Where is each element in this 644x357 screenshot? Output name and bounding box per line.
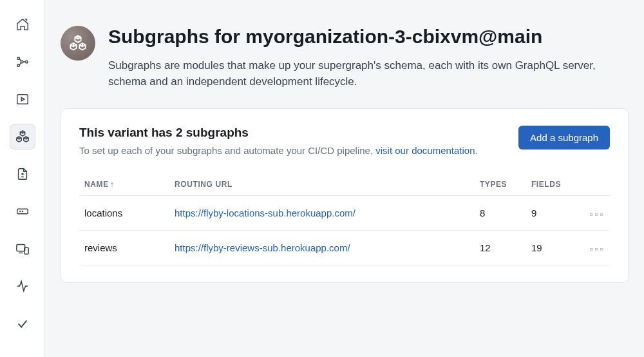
page-header: Subgraphs for myorganization-3-cbixvm@ma… bbox=[61, 26, 629, 90]
subgraph-fields: 19 bbox=[526, 231, 584, 265]
sidebar-item-graph[interactable] bbox=[10, 49, 35, 75]
card-title: This variant has 2 subgraphs bbox=[79, 126, 478, 140]
row-menu-icon[interactable]: ○○○ bbox=[589, 211, 605, 218]
subgraph-url: https://flyby-reviews-sub.herokuapp.com/ bbox=[169, 231, 475, 265]
sidebar-item-checks[interactable] bbox=[10, 311, 35, 336]
rectangle-dots-icon bbox=[15, 204, 30, 218]
subgraph-url: https://flyby-locations-sub.herokuapp.co… bbox=[169, 196, 475, 231]
col-header-name[interactable]: NAME↑ bbox=[79, 173, 169, 196]
table-row: reviews https://flyby-reviews-sub.heroku… bbox=[79, 231, 610, 265]
docs-link[interactable]: visit our documentation bbox=[375, 145, 475, 156]
svg-point-0 bbox=[17, 57, 19, 60]
col-header-url[interactable]: ROUTING URL bbox=[169, 173, 475, 196]
svg-point-6 bbox=[19, 211, 20, 211]
page-title: Subgraphs for myorganization-3-cbixvm@ma… bbox=[108, 26, 629, 48]
activity-icon bbox=[15, 279, 30, 293]
col-header-types[interactable]: TYPES bbox=[475, 173, 526, 196]
subgraphs-table: NAME↑ ROUTING URL TYPES FIELDS locations… bbox=[79, 173, 610, 265]
svg-rect-4 bbox=[17, 95, 28, 104]
card-subtitle: To set up each of your subgraphs and aut… bbox=[79, 144, 478, 159]
sidebar-item-clients[interactable] bbox=[10, 236, 35, 262]
subgraphs-card: This variant has 2 subgraphs To set up e… bbox=[61, 108, 629, 284]
sort-asc-icon: ↑ bbox=[110, 180, 115, 189]
subgraphs-header-icon bbox=[61, 26, 95, 61]
row-menu-icon[interactable]: ○○○ bbox=[589, 246, 605, 253]
svg-point-3 bbox=[21, 61, 23, 63]
subgraph-name[interactable]: locations bbox=[79, 196, 169, 231]
check-icon bbox=[15, 316, 30, 331]
add-subgraph-button[interactable]: Add a subgraph bbox=[518, 126, 610, 150]
subgraph-types: 12 bbox=[475, 231, 526, 265]
svg-point-1 bbox=[17, 64, 19, 67]
sidebar-item-fields[interactable] bbox=[10, 198, 35, 224]
col-header-fields[interactable]: FIELDS bbox=[526, 173, 584, 196]
main: Subgraphs for myorganization-3-cbixvm@ma… bbox=[45, 0, 644, 357]
file-diff-icon bbox=[15, 167, 30, 181]
subgraph-types: 8 bbox=[475, 196, 526, 231]
graph-nodes-icon bbox=[15, 55, 30, 69]
sidebar-item-changelog[interactable] bbox=[10, 161, 35, 187]
sidebar-item-home[interactable] bbox=[10, 12, 35, 37]
play-square-icon bbox=[15, 92, 30, 106]
page-description: Subgraphs are modules that make up your … bbox=[108, 57, 629, 90]
svg-rect-8 bbox=[16, 245, 24, 251]
sidebar-item-explorer[interactable] bbox=[10, 86, 35, 112]
subgraph-fields: 9 bbox=[526, 196, 584, 231]
sidebar bbox=[0, 0, 45, 357]
svg-point-7 bbox=[22, 211, 23, 211]
home-icon bbox=[15, 17, 30, 32]
subgraph-name[interactable]: reviews bbox=[79, 231, 169, 265]
sidebar-item-subgraphs[interactable] bbox=[10, 124, 35, 150]
boxes-icon bbox=[15, 130, 30, 144]
devices-icon bbox=[15, 242, 30, 256]
svg-point-2 bbox=[25, 61, 28, 63]
sidebar-item-insights[interactable] bbox=[10, 273, 35, 299]
table-row: locations https://flyby-locations-sub.he… bbox=[79, 196, 610, 231]
